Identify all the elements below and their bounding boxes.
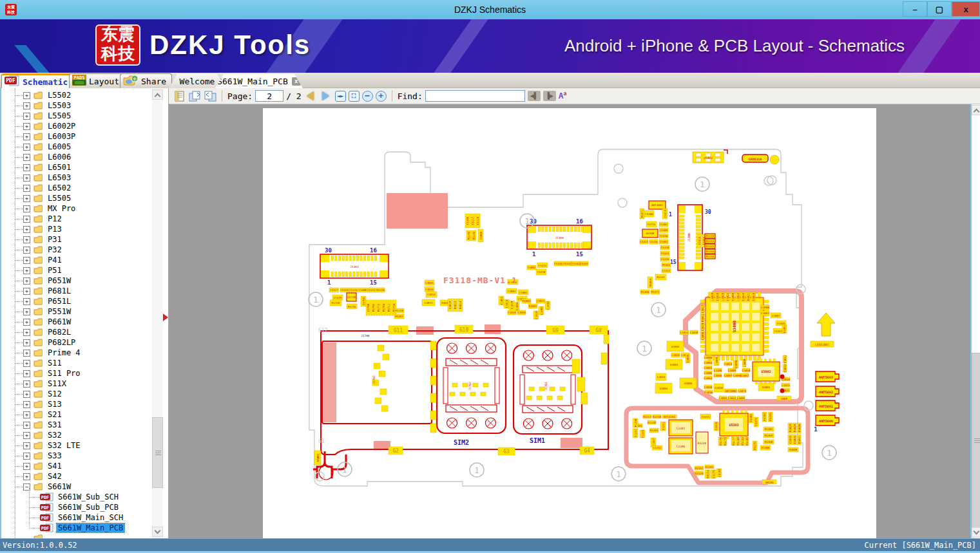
find-previous-icon[interactable]: ◀▌ — [528, 91, 541, 101]
tree-scrollbar[interactable] — [152, 88, 163, 538]
tree-folder-label[interactable]: P12 — [46, 214, 63, 223]
next-view-icon[interactable] — [188, 90, 201, 102]
tree-scroll-thumb[interactable] — [152, 417, 163, 488]
tree-folder-row[interactable]: +P41 — [1, 255, 153, 265]
tree-folder-label[interactable]: Prime 4 — [46, 348, 82, 357]
tree-folder-label[interactable]: L5505 — [46, 194, 72, 203]
tree-folder-row[interactable]: +Prime 4 — [1, 348, 153, 358]
tree-folder-row[interactable]: +L6006 — [1, 152, 153, 162]
pdf-page[interactable]: J53033016115J53043016115J530013015U3008U… — [263, 108, 876, 538]
tree-document-row[interactable]: PDFS661W_Sub_PCB — [1, 502, 153, 512]
tree-folder-label[interactable]: P13 — [46, 225, 63, 234]
tree-folder-label[interactable]: S31 — [46, 420, 63, 429]
tree-folder-label[interactable]: S11 — [46, 359, 63, 368]
tree-folder-row[interactable]: +P682LP — [1, 337, 153, 348]
tree-folder-row[interactable]: +S21 — [1, 409, 153, 420]
expand-box-icon[interactable]: + — [23, 123, 30, 130]
tree-folder-row[interactable]: +S12 — [1, 389, 153, 399]
tree-folder-row[interactable]: +L6003P — [1, 131, 153, 142]
expand-box-icon[interactable]: + — [23, 453, 30, 460]
tree-folder-label[interactable]: P681L — [46, 286, 72, 295]
tree-folder-label[interactable]: S12 — [46, 389, 63, 398]
tree-folder-label[interactable]: S32 — [46, 431, 63, 440]
viewer-scroll-down-button[interactable] — [972, 527, 980, 538]
expand-box-icon[interactable]: + — [23, 380, 30, 388]
expand-box-icon[interactable]: + — [23, 133, 30, 140]
expand-box-icon[interactable]: + — [23, 185, 30, 192]
find-input[interactable] — [425, 90, 525, 102]
tree-folder-label[interactable]: L5505 — [46, 111, 72, 120]
expand-box-icon[interactable]: + — [23, 319, 30, 326]
scroll-down-button[interactable] — [152, 527, 163, 537]
tree-folder-row[interactable]: +S11 Pro — [1, 368, 153, 379]
tree-folder-row[interactable]: +P681L — [1, 286, 153, 296]
tree-folder-label[interactable]: S11X — [46, 379, 68, 388]
tree-folder-label[interactable]: P551W — [46, 307, 72, 316]
viewer-scroll-up-button[interactable] — [972, 105, 980, 115]
tree-folder-row[interactable]: +P51 — [1, 265, 153, 276]
tree-folder-row[interactable]: +S32 — [1, 430, 153, 440]
expand-box-icon[interactable]: + — [23, 226, 30, 233]
expand-box-icon[interactable]: + — [23, 92, 30, 99]
tree-folder-row[interactable]: +L5505 — [1, 111, 153, 121]
tree-folder-label[interactable]: L6003P — [46, 132, 77, 141]
tree-folder-row[interactable]: +S32 LTE — [1, 440, 153, 451]
tree-folder-label[interactable]: P651L — [46, 297, 72, 306]
expand-box-icon[interactable]: + — [23, 154, 30, 161]
expand-box-icon[interactable]: + — [23, 195, 30, 202]
find-next-icon[interactable]: ▐▶ — [543, 91, 556, 101]
viewer-scroll-thumb[interactable] — [972, 353, 980, 528]
expand-box-icon[interactable]: + — [23, 360, 30, 367]
tree-folder-label[interactable]: P31 — [46, 235, 63, 244]
zoom-out-icon[interactable]: − — [362, 91, 373, 102]
tree-folder-label[interactable]: P651W — [46, 276, 72, 285]
expand-box-icon[interactable]: + — [23, 164, 30, 171]
expand-box-icon[interactable]: + — [23, 308, 30, 315]
page-number-input[interactable] — [255, 90, 283, 102]
tree-folder-label[interactable]: L5503 — [46, 101, 72, 110]
tree-document-label[interactable]: S661W_Sub_SCH — [57, 492, 120, 501]
tree-folder-label[interactable]: L6002P — [46, 122, 77, 131]
tree-folder-row[interactable]: +S42 — [1, 471, 153, 482]
expand-box-icon[interactable]: + — [23, 422, 30, 429]
close-tab-icon[interactable]: x — [292, 77, 301, 86]
previous-page-icon[interactable] — [304, 90, 317, 102]
tree-folder-row[interactable]: +L6005 — [1, 142, 153, 152]
expand-box-icon[interactable]: + — [23, 174, 30, 182]
tree-folder-label[interactable]: MX Pro — [46, 204, 77, 213]
tree-folder-label[interactable]: L5502 — [46, 91, 72, 100]
tree-folder-row[interactable]: −S661W — [1, 482, 153, 492]
tree-document-row[interactable]: PDFS661W_Main_SCH — [1, 512, 153, 523]
tree-folder-label[interactable]: L6005 — [46, 142, 72, 151]
expand-box-icon[interactable]: + — [23, 144, 30, 151]
close-button[interactable]: x — [952, 1, 980, 17]
tree-folder-label[interactable]: P661W — [46, 317, 72, 326]
tree-folder-row[interactable]: +L6502 — [1, 183, 153, 193]
tree-folder-row[interactable]: +P551W — [1, 306, 153, 317]
expand-box-icon[interactable]: + — [23, 277, 30, 285]
tree-folder-label[interactable]: S42 — [46, 472, 63, 481]
tree-folder-label[interactable]: L6006 — [46, 153, 72, 162]
tree-folder-row[interactable]: +L6501 — [1, 162, 153, 173]
tree-folder-row[interactable]: +L5502 — [1, 90, 153, 100]
tree-folder-row[interactable]: +P13 — [1, 224, 153, 234]
expand-box-icon[interactable]: + — [23, 473, 30, 480]
prev-view-icon[interactable] — [204, 90, 216, 102]
tree-folder-label[interactable]: S661W — [46, 482, 72, 491]
tree-document-label[interactable]: S661W_Main_SCH — [57, 513, 124, 522]
tree-folder-label[interactable]: S32 LTE — [46, 441, 82, 450]
zoom-in-icon[interactable]: + — [376, 91, 387, 102]
tree-folder-row[interactable]: +L5505 — [1, 193, 153, 203]
match-case-icon[interactable]: Aa — [559, 91, 567, 100]
tree-folder-row[interactable]: +P661W — [1, 317, 153, 327]
tree-document-label[interactable]: S661W_Main_PCB — [57, 523, 124, 532]
tree-folder-row[interactable]: +MX Pro — [1, 203, 153, 214]
tree-folder-row[interactable]: +S41 — [1, 461, 153, 471]
tree-folder-row[interactable]: +P651L — [1, 296, 153, 306]
tree-folder-row[interactable]: +S11 — [1, 358, 153, 368]
expand-box-icon[interactable]: + — [23, 432, 30, 439]
tree-folder-label[interactable]: S13 — [46, 400, 63, 409]
pcb-viewer[interactable]: J53033016115J53043016115J530013015U3008U… — [169, 104, 969, 538]
expand-box-icon[interactable]: + — [23, 350, 30, 357]
tree-folder-row[interactable]: +P31 — [1, 234, 153, 245]
